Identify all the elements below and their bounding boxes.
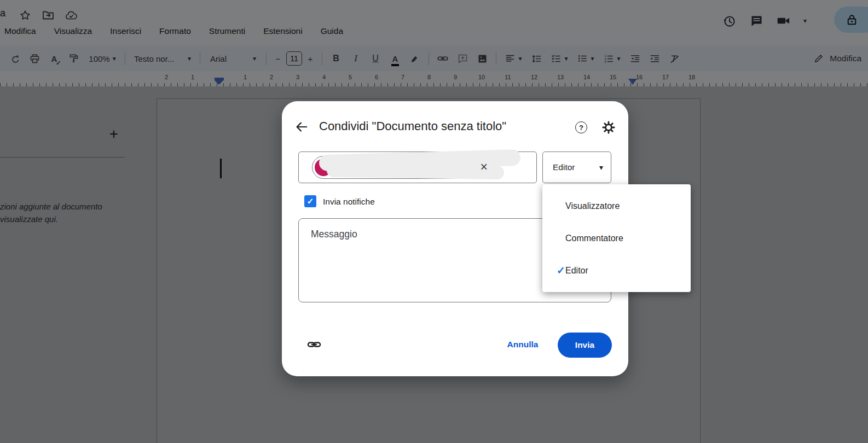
role-menu: ✓ Visualizzatore ✓ Commentatore ✓ Editor: [542, 184, 691, 292]
notifications-label: Invia notifiche: [323, 197, 375, 207]
recipient-chip[interactable]: ×: [312, 156, 495, 179]
back-button[interactable]: [294, 119, 309, 135]
google-docs-app: a Modifica Visualizza Inserisci Formato …: [0, 0, 868, 443]
cancel-button[interactable]: Annulla: [500, 340, 546, 349]
chip-remove-icon[interactable]: ×: [481, 159, 488, 176]
check-icon: ✓: [542, 264, 565, 277]
role-option-0[interactable]: ✓ Visualizzatore: [542, 190, 691, 222]
dialog-title: Condividi "Documento senza titolo": [319, 119, 506, 133]
role-select-button[interactable]: Editor ▾: [542, 151, 611, 183]
role-option-2[interactable]: ✓ Editor: [542, 254, 691, 287]
copy-link-icon[interactable]: [306, 336, 322, 353]
message-placeholder: Messaggio: [311, 229, 357, 240]
send-button[interactable]: Invia: [558, 333, 612, 358]
redaction-stroke: [327, 164, 504, 180]
notifications-checkbox[interactable]: ✓: [304, 195, 316, 207]
settings-gear-icon[interactable]: [601, 120, 616, 135]
help-icon[interactable]: ?: [575, 121, 587, 133]
chevron-down-icon: ▾: [599, 164, 603, 171]
role-option-1[interactable]: ✓ Commentatore: [542, 222, 691, 254]
